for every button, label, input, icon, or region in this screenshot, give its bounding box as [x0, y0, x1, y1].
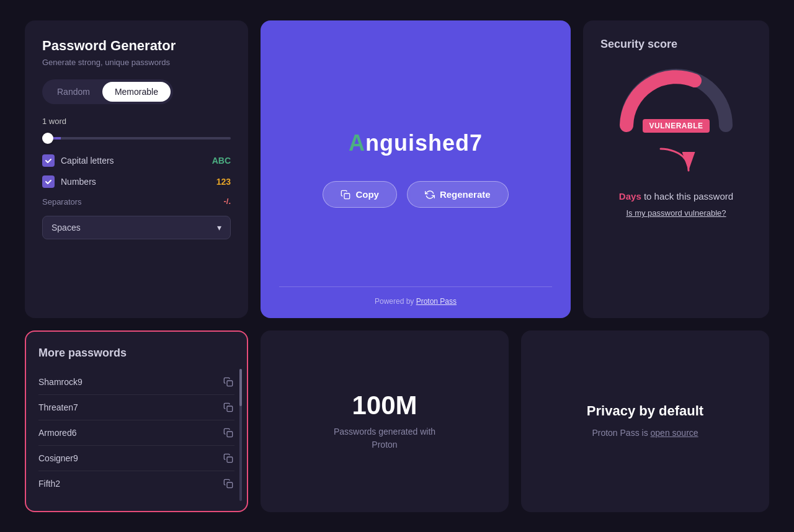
generator-title: Password Generator: [42, 38, 231, 54]
separators-label: Separators: [42, 197, 82, 206]
arrow-svg: [651, 143, 701, 180]
copy-icon: [341, 190, 350, 200]
regenerate-button[interactable]: Regenerate: [407, 181, 509, 208]
capital-letters-checkbox[interactable]: [42, 154, 55, 167]
separators-dropdown[interactable]: Spaces ▾: [42, 216, 231, 239]
proton-pass-link[interactable]: Proton Pass: [416, 297, 457, 306]
password-item-text: Threaten7: [38, 402, 78, 412]
vulnerable-link[interactable]: Is my password vulnerable?: [600, 208, 752, 218]
open-source-link[interactable]: open source: [651, 428, 698, 438]
svg-rect-2: [227, 381, 233, 386]
numbers-label: Numbers: [61, 177, 96, 187]
stats-card: 100M Passwords generated withProton: [261, 330, 509, 512]
hack-days: Days: [619, 191, 641, 202]
password-text: Anguished7: [349, 130, 483, 156]
arrow-container: [600, 143, 752, 180]
stats-number: 100M: [352, 391, 417, 420]
security-title: Security score: [600, 38, 752, 51]
stats-description: Passwords generated withProton: [334, 425, 435, 451]
privacy-title: Privacy by default: [587, 403, 703, 419]
privacy-card: Privacy by default Proton Pass is open s…: [521, 330, 769, 512]
copy-icon: [223, 428, 233, 438]
action-buttons: Copy Regenerate: [323, 181, 508, 208]
privacy-text: Proton Pass is open source: [592, 427, 698, 440]
svg-rect-0: [344, 193, 350, 199]
check-icon: [45, 157, 52, 164]
numbers-row: Numbers 123: [42, 175, 231, 188]
check-icon-2: [45, 178, 52, 185]
generator-subtitle: Generate strong, unique passwords: [42, 58, 231, 67]
copy-password-button[interactable]: [222, 376, 234, 388]
copy-password-button[interactable]: [222, 401, 234, 414]
more-passwords-card: More passwords Shamrock9 Threaten7: [25, 330, 248, 512]
capital-letters-label: Capital letters: [61, 156, 114, 166]
privacy-text-prefix: Proton Pass is: [592, 428, 650, 438]
tab-memorable[interactable]: Memorable: [102, 82, 171, 102]
password-letter-a: A: [349, 130, 365, 156]
tab-group: Random Memorable: [42, 79, 173, 104]
gauge-container: VULNERABLE: [600, 63, 752, 133]
tab-random[interactable]: Random: [45, 82, 102, 102]
password-item-text: Armored6: [38, 428, 76, 438]
bottom-row: More passwords Shamrock9 Threaten7: [25, 330, 769, 512]
word-count-slider[interactable]: [42, 137, 231, 140]
list-item: Fifth2: [38, 471, 234, 496]
list-item: Shamrock9: [38, 370, 234, 395]
security-card: Security score VULNERABLE: [583, 20, 769, 318]
gauge-label: VULNERABLE: [643, 119, 709, 133]
powered-by: Powered by Proton Pass: [375, 297, 457, 306]
word-count-label: 1 word: [42, 117, 231, 126]
password-card-divider: [279, 286, 552, 287]
capital-letters-left: Capital letters: [42, 154, 114, 167]
svg-rect-5: [227, 457, 233, 463]
separators-row: Separators -/.: [42, 197, 231, 211]
hack-text: Days to hack this password: [600, 190, 752, 204]
password-item-text: Fifth2: [38, 479, 60, 489]
numbers-value: 123: [216, 177, 231, 187]
top-row: Password Generator Generate strong, uniq…: [25, 20, 769, 318]
separators-value: -/.: [223, 197, 231, 206]
copy-password-button[interactable]: [222, 452, 234, 464]
numbers-checkbox[interactable]: [42, 175, 55, 188]
capital-letters-value: ABC: [212, 156, 231, 166]
password-rest: nguished7: [365, 130, 483, 156]
scrollbar[interactable]: [239, 369, 242, 501]
slider-container: [42, 131, 231, 142]
password-list: Shamrock9 Threaten7: [38, 370, 234, 496]
dropdown-value: Spaces: [51, 223, 81, 233]
main-container: Password Generator Generate strong, uniq…: [25, 20, 769, 512]
copy-icon: [223, 453, 233, 463]
svg-rect-3: [227, 406, 233, 412]
copy-password-button[interactable]: [222, 427, 234, 439]
capital-letters-row: Capital letters ABC: [42, 154, 231, 167]
dropdown-chevron-icon: ▾: [217, 223, 221, 233]
svg-rect-4: [227, 432, 233, 437]
password-item-text: Shamrock9: [38, 377, 83, 387]
password-item-text: Cosigner9: [38, 453, 78, 463]
regenerate-icon: [425, 190, 435, 200]
password-display-card: Anguished7 Copy Regenerate: [261, 20, 571, 318]
more-passwords-title: More passwords: [38, 347, 234, 360]
copy-button[interactable]: Copy: [323, 181, 397, 208]
numbers-left: Numbers: [42, 175, 96, 188]
generator-card: Password Generator Generate strong, uniq…: [25, 20, 248, 318]
copy-icon: [223, 479, 233, 489]
hack-text-rest: to hack this password: [641, 191, 733, 202]
copy-label: Copy: [355, 189, 379, 200]
copy-icon: [223, 402, 233, 412]
svg-rect-6: [227, 482, 233, 488]
scrollbar-thumb: [239, 369, 242, 406]
copy-icon: [223, 377, 233, 387]
powered-text: Powered by: [375, 297, 416, 306]
regenerate-label: Regenerate: [440, 189, 491, 200]
list-item: Threaten7: [38, 395, 234, 420]
copy-password-button[interactable]: [222, 477, 234, 490]
list-item: Cosigner9: [38, 446, 234, 471]
list-item: Armored6: [38, 420, 234, 446]
